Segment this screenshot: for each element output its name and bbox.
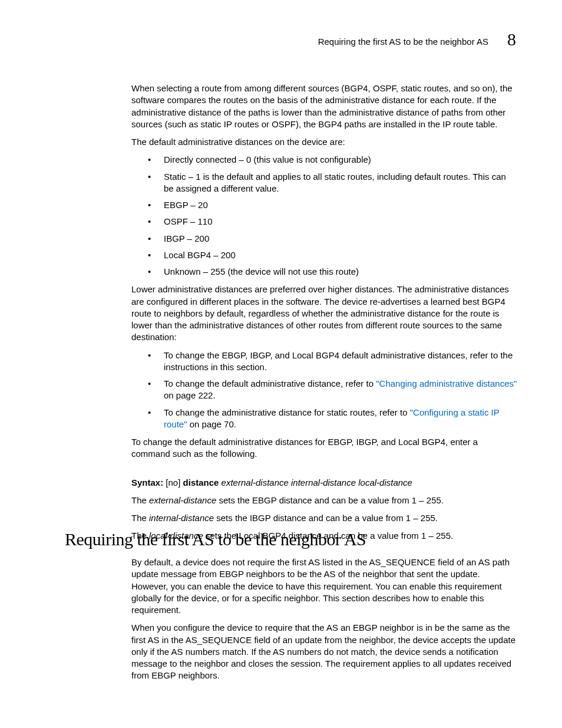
paragraph: The external-distance sets the EBGP dist… <box>131 495 517 506</box>
text: To change the default administrative dis… <box>164 378 376 388</box>
syntax-args: external-distance internal-distance loca… <box>222 477 412 487</box>
list-item: IBGP – 200 <box>131 233 517 245</box>
text: on page 70. <box>187 419 236 429</box>
list-item: EBGP – 20 <box>131 199 517 211</box>
variable: external-distance <box>149 495 216 505</box>
paragraph: The internal-distance sets the IBGP dist… <box>131 512 517 524</box>
paragraph: When you configure the device to require… <box>131 622 517 681</box>
bullet-list: To change the EBGP, IBGP, and Local BGP4… <box>131 350 517 431</box>
syntax-command: distance <box>183 477 219 487</box>
list-item: Static – 1 is the default and applies to… <box>131 171 517 195</box>
syntax-label: Syntax: <box>131 477 163 487</box>
paragraph: To change the default administrative dis… <box>131 436 517 460</box>
header-title: Requiring the first AS to be the neighbo… <box>318 37 488 47</box>
section-heading: Requiring the first AS to be the neighbo… <box>65 529 366 549</box>
list-item: To change the EBGP, IBGP, and Local BGP4… <box>131 350 517 374</box>
list-item: Local BGP4 – 200 <box>131 249 517 261</box>
paragraph: The default administrative distances on … <box>131 136 517 148</box>
text: The <box>131 513 149 523</box>
text: To change the administrative distance fo… <box>164 407 410 417</box>
list-item: Directly connected – 0 (this value is no… <box>131 154 517 166</box>
paragraph: By default, a device does not require th… <box>131 556 517 616</box>
variable: internal-distance <box>149 513 214 523</box>
section-body: By default, a device does not require th… <box>131 556 517 688</box>
bullet-list: Directly connected – 0 (this value is no… <box>131 154 517 278</box>
text: The <box>131 495 149 505</box>
list-item: To change the default administrative dis… <box>131 378 517 402</box>
text: sets the EBGP distance and can be a valu… <box>216 495 444 505</box>
cross-reference-link[interactable]: "Changing administrative distances" <box>376 378 517 388</box>
chapter-number: 8 <box>507 29 516 50</box>
list-item: OSPF – 110 <box>131 216 517 228</box>
list-item: Unknown – 255 (the device will not use t… <box>131 266 517 278</box>
text: on page 222. <box>164 390 216 400</box>
syntax-line: Syntax: [no] distance external-distance … <box>131 477 517 489</box>
syntax-no: [no] <box>166 477 180 487</box>
main-content: When selecting a route from among differ… <box>131 83 517 548</box>
list-item: To change the administrative distance fo… <box>131 407 517 431</box>
paragraph: Lower administrative distances are prefe… <box>131 284 517 343</box>
text: sets the IBGP distance and can be a valu… <box>214 513 438 523</box>
paragraph: When selecting a route from among differ… <box>131 83 517 130</box>
